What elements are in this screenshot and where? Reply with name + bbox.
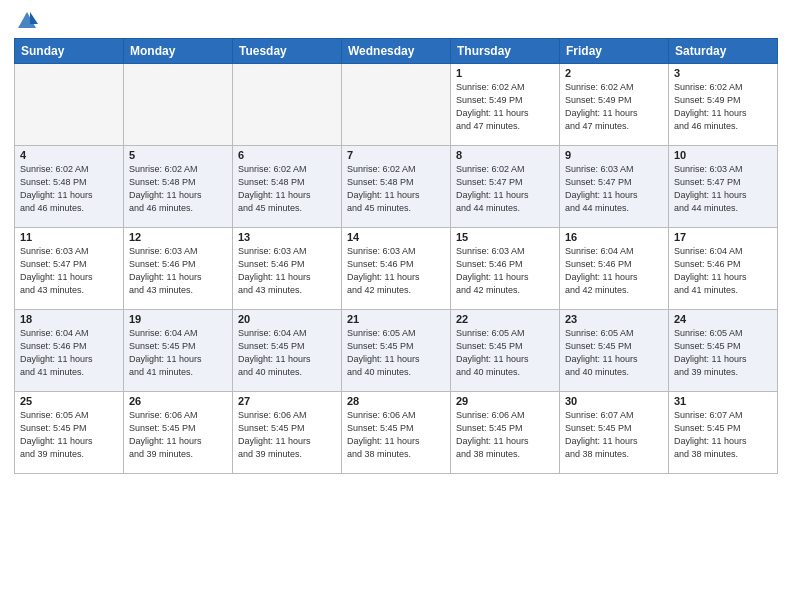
day-number: 19	[129, 313, 227, 325]
day-number: 24	[674, 313, 772, 325]
day-number: 9	[565, 149, 663, 161]
day-info: Sunrise: 6:04 AM Sunset: 5:46 PM Dayligh…	[20, 327, 118, 379]
page: SundayMondayTuesdayWednesdayThursdayFrid…	[0, 0, 792, 612]
day-number: 17	[674, 231, 772, 243]
calendar-cell: 11Sunrise: 6:03 AM Sunset: 5:47 PM Dayli…	[15, 228, 124, 310]
calendar-cell: 14Sunrise: 6:03 AM Sunset: 5:46 PM Dayli…	[342, 228, 451, 310]
calendar-table: SundayMondayTuesdayWednesdayThursdayFrid…	[14, 38, 778, 474]
calendar-cell: 27Sunrise: 6:06 AM Sunset: 5:45 PM Dayli…	[233, 392, 342, 474]
day-number: 13	[238, 231, 336, 243]
weekday-header: Thursday	[451, 39, 560, 64]
day-number: 8	[456, 149, 554, 161]
day-number: 31	[674, 395, 772, 407]
day-info: Sunrise: 6:02 AM Sunset: 5:48 PM Dayligh…	[129, 163, 227, 215]
day-number: 5	[129, 149, 227, 161]
day-number: 6	[238, 149, 336, 161]
calendar-week-row: 25Sunrise: 6:05 AM Sunset: 5:45 PM Dayli…	[15, 392, 778, 474]
day-number: 23	[565, 313, 663, 325]
calendar-cell	[15, 64, 124, 146]
calendar-cell: 3Sunrise: 6:02 AM Sunset: 5:49 PM Daylig…	[669, 64, 778, 146]
day-info: Sunrise: 6:05 AM Sunset: 5:45 PM Dayligh…	[565, 327, 663, 379]
day-number: 20	[238, 313, 336, 325]
day-info: Sunrise: 6:02 AM Sunset: 5:48 PM Dayligh…	[347, 163, 445, 215]
day-info: Sunrise: 6:04 AM Sunset: 5:45 PM Dayligh…	[238, 327, 336, 379]
logo	[14, 10, 38, 32]
calendar-cell: 29Sunrise: 6:06 AM Sunset: 5:45 PM Dayli…	[451, 392, 560, 474]
day-info: Sunrise: 6:04 AM Sunset: 5:46 PM Dayligh…	[674, 245, 772, 297]
day-info: Sunrise: 6:04 AM Sunset: 5:46 PM Dayligh…	[565, 245, 663, 297]
calendar-cell: 28Sunrise: 6:06 AM Sunset: 5:45 PM Dayli…	[342, 392, 451, 474]
day-number: 1	[456, 67, 554, 79]
day-number: 12	[129, 231, 227, 243]
day-info: Sunrise: 6:03 AM Sunset: 5:47 PM Dayligh…	[674, 163, 772, 215]
calendar-cell	[124, 64, 233, 146]
weekday-header: Tuesday	[233, 39, 342, 64]
weekday-header: Monday	[124, 39, 233, 64]
day-number: 25	[20, 395, 118, 407]
day-info: Sunrise: 6:02 AM Sunset: 5:49 PM Dayligh…	[674, 81, 772, 133]
calendar-week-row: 11Sunrise: 6:03 AM Sunset: 5:47 PM Dayli…	[15, 228, 778, 310]
calendar-cell: 16Sunrise: 6:04 AM Sunset: 5:46 PM Dayli…	[560, 228, 669, 310]
day-info: Sunrise: 6:03 AM Sunset: 5:46 PM Dayligh…	[129, 245, 227, 297]
day-number: 3	[674, 67, 772, 79]
day-info: Sunrise: 6:05 AM Sunset: 5:45 PM Dayligh…	[674, 327, 772, 379]
day-info: Sunrise: 6:05 AM Sunset: 5:45 PM Dayligh…	[20, 409, 118, 461]
day-info: Sunrise: 6:03 AM Sunset: 5:46 PM Dayligh…	[347, 245, 445, 297]
day-number: 26	[129, 395, 227, 407]
calendar-cell: 19Sunrise: 6:04 AM Sunset: 5:45 PM Dayli…	[124, 310, 233, 392]
calendar-cell: 1Sunrise: 6:02 AM Sunset: 5:49 PM Daylig…	[451, 64, 560, 146]
day-number: 2	[565, 67, 663, 79]
calendar-cell: 30Sunrise: 6:07 AM Sunset: 5:45 PM Dayli…	[560, 392, 669, 474]
weekday-header: Saturday	[669, 39, 778, 64]
day-number: 18	[20, 313, 118, 325]
calendar-cell: 23Sunrise: 6:05 AM Sunset: 5:45 PM Dayli…	[560, 310, 669, 392]
calendar-cell: 15Sunrise: 6:03 AM Sunset: 5:46 PM Dayli…	[451, 228, 560, 310]
calendar-cell: 13Sunrise: 6:03 AM Sunset: 5:46 PM Dayli…	[233, 228, 342, 310]
day-info: Sunrise: 6:02 AM Sunset: 5:48 PM Dayligh…	[20, 163, 118, 215]
day-number: 4	[20, 149, 118, 161]
day-number: 10	[674, 149, 772, 161]
calendar-cell	[342, 64, 451, 146]
day-number: 27	[238, 395, 336, 407]
header	[14, 10, 778, 32]
calendar-cell: 5Sunrise: 6:02 AM Sunset: 5:48 PM Daylig…	[124, 146, 233, 228]
calendar-cell: 24Sunrise: 6:05 AM Sunset: 5:45 PM Dayli…	[669, 310, 778, 392]
calendar-cell: 4Sunrise: 6:02 AM Sunset: 5:48 PM Daylig…	[15, 146, 124, 228]
day-info: Sunrise: 6:03 AM Sunset: 5:46 PM Dayligh…	[456, 245, 554, 297]
day-number: 28	[347, 395, 445, 407]
calendar-cell: 22Sunrise: 6:05 AM Sunset: 5:45 PM Dayli…	[451, 310, 560, 392]
day-number: 15	[456, 231, 554, 243]
calendar-cell: 17Sunrise: 6:04 AM Sunset: 5:46 PM Dayli…	[669, 228, 778, 310]
calendar-cell: 31Sunrise: 6:07 AM Sunset: 5:45 PM Dayli…	[669, 392, 778, 474]
day-info: Sunrise: 6:04 AM Sunset: 5:45 PM Dayligh…	[129, 327, 227, 379]
day-info: Sunrise: 6:03 AM Sunset: 5:46 PM Dayligh…	[238, 245, 336, 297]
weekday-header: Sunday	[15, 39, 124, 64]
day-info: Sunrise: 6:05 AM Sunset: 5:45 PM Dayligh…	[347, 327, 445, 379]
weekday-header: Wednesday	[342, 39, 451, 64]
day-info: Sunrise: 6:02 AM Sunset: 5:49 PM Dayligh…	[565, 81, 663, 133]
day-info: Sunrise: 6:02 AM Sunset: 5:47 PM Dayligh…	[456, 163, 554, 215]
day-info: Sunrise: 6:02 AM Sunset: 5:49 PM Dayligh…	[456, 81, 554, 133]
day-number: 16	[565, 231, 663, 243]
day-info: Sunrise: 6:06 AM Sunset: 5:45 PM Dayligh…	[456, 409, 554, 461]
day-number: 29	[456, 395, 554, 407]
day-info: Sunrise: 6:07 AM Sunset: 5:45 PM Dayligh…	[565, 409, 663, 461]
calendar-cell: 21Sunrise: 6:05 AM Sunset: 5:45 PM Dayli…	[342, 310, 451, 392]
day-info: Sunrise: 6:06 AM Sunset: 5:45 PM Dayligh…	[129, 409, 227, 461]
day-info: Sunrise: 6:03 AM Sunset: 5:47 PM Dayligh…	[565, 163, 663, 215]
calendar-cell: 25Sunrise: 6:05 AM Sunset: 5:45 PM Dayli…	[15, 392, 124, 474]
day-info: Sunrise: 6:02 AM Sunset: 5:48 PM Dayligh…	[238, 163, 336, 215]
day-number: 22	[456, 313, 554, 325]
calendar-cell: 10Sunrise: 6:03 AM Sunset: 5:47 PM Dayli…	[669, 146, 778, 228]
calendar-cell: 9Sunrise: 6:03 AM Sunset: 5:47 PM Daylig…	[560, 146, 669, 228]
day-info: Sunrise: 6:05 AM Sunset: 5:45 PM Dayligh…	[456, 327, 554, 379]
day-info: Sunrise: 6:06 AM Sunset: 5:45 PM Dayligh…	[238, 409, 336, 461]
calendar-cell: 20Sunrise: 6:04 AM Sunset: 5:45 PM Dayli…	[233, 310, 342, 392]
calendar-week-row: 1Sunrise: 6:02 AM Sunset: 5:49 PM Daylig…	[15, 64, 778, 146]
calendar-cell: 6Sunrise: 6:02 AM Sunset: 5:48 PM Daylig…	[233, 146, 342, 228]
weekday-header: Friday	[560, 39, 669, 64]
logo-icon	[16, 10, 38, 32]
day-info: Sunrise: 6:06 AM Sunset: 5:45 PM Dayligh…	[347, 409, 445, 461]
day-info: Sunrise: 6:07 AM Sunset: 5:45 PM Dayligh…	[674, 409, 772, 461]
calendar-cell: 8Sunrise: 6:02 AM Sunset: 5:47 PM Daylig…	[451, 146, 560, 228]
